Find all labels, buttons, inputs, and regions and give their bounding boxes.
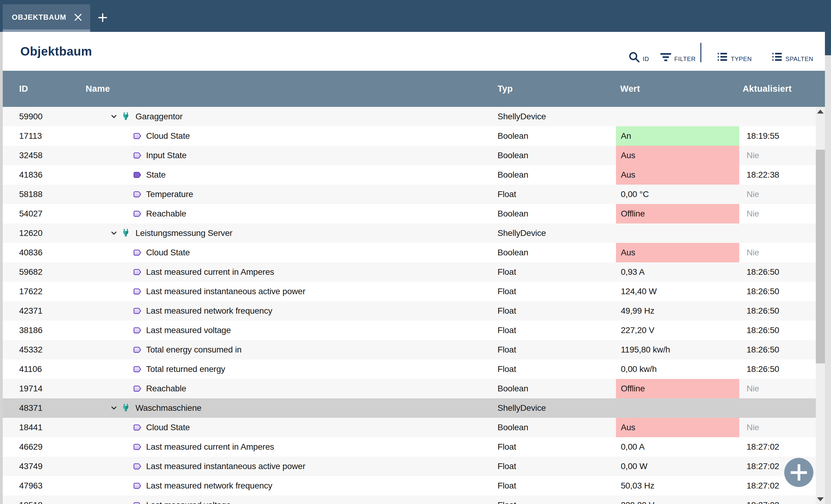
tab-objektbaum[interactable]: OBJEKTBAUM — [3, 4, 90, 32]
row-updated: 18:27:02 — [747, 476, 779, 496]
row-updated: 18:26:50 — [747, 282, 779, 301]
row-id: 41106 — [19, 359, 42, 379]
row-name-label: Waschmaschiene — [136, 398, 201, 418]
close-icon — [73, 12, 83, 23]
row-updated: Nie — [747, 204, 759, 224]
device-plug-icon — [121, 112, 131, 122]
row-name: Temperature — [109, 185, 193, 204]
row-value: 50,03 Hz — [616, 476, 739, 496]
table-row[interactable]: 40836Cloud StateBooleanAusNie — [3, 243, 816, 262]
row-value-label: Offline — [621, 384, 645, 393]
page-header: Objektbaum ID FILTER TYPEN — [3, 32, 825, 71]
table-row[interactable]: 54027ReachableBooleanOfflineNie — [3, 204, 816, 224]
row-id: 47963 — [19, 476, 42, 496]
row-name: Last measured network frequency — [109, 476, 273, 496]
row-value-label: 229,20 V — [621, 500, 655, 504]
state-tag-icon — [132, 190, 142, 199]
plus-icon — [97, 12, 109, 23]
row-type: Boolean — [497, 204, 528, 224]
row-value-label: 0,00 A — [621, 442, 644, 452]
row-type: Float — [497, 301, 516, 321]
chevron-down-icon[interactable] — [109, 112, 118, 121]
row-name-label: Garaggentor — [136, 107, 182, 126]
row-type: Float — [497, 359, 516, 379]
table-row[interactable]: 19714ReachableBooleanOfflineNie — [3, 379, 816, 398]
row-name: Reachable — [109, 379, 186, 398]
row-type: Float — [497, 282, 516, 301]
row-name: Last measured instantaneous active power — [109, 282, 305, 301]
scroll-down-arrow-icon[interactable] — [817, 497, 824, 501]
row-name-label: Last measured instantaneous active power — [146, 457, 305, 476]
table-row[interactable]: 42371Last measured network frequencyFloa… — [3, 301, 816, 321]
table-row[interactable]: 46629Last measured current in AmperesFlo… — [3, 437, 816, 457]
typen-button[interactable]: TYPEN — [716, 43, 752, 63]
row-updated: 18:26:50 — [747, 321, 779, 340]
row-updated: 18:26:50 — [747, 340, 779, 359]
scroll-up-arrow-icon[interactable] — [817, 110, 824, 114]
state-tag-icon — [132, 287, 142, 296]
table-row[interactable]: 43749Last measured instantaneous active … — [3, 457, 816, 476]
row-value: Aus — [616, 418, 739, 437]
row-value — [616, 224, 739, 243]
table-row[interactable]: 17622Last measured instantaneous active … — [3, 282, 816, 301]
row-value — [616, 107, 739, 126]
table-row[interactable]: 59682Last measured current in AmperesFlo… — [3, 262, 816, 282]
chevron-down-icon[interactable] — [109, 229, 118, 238]
state-tag-icon — [132, 267, 142, 276]
state-tag-icon — [132, 306, 142, 316]
row-id: 18441 — [19, 418, 42, 437]
table-row[interactable]: 32458Input StateBooleanAusNie — [3, 146, 816, 165]
table-row[interactable]: 18441Cloud StateBooleanAusNie — [3, 418, 816, 437]
filter-button[interactable]: FILTER — [659, 43, 695, 63]
row-value-label: Aus — [621, 248, 635, 258]
row-type: ShellyDevice — [497, 224, 546, 243]
state-tag-icon-filled — [132, 170, 142, 179]
row-type: Float — [497, 262, 516, 282]
table-scrollbar[interactable] — [816, 107, 825, 504]
tab-bar: OBJEKTBAUM — [0, 0, 831, 32]
chevron-down-icon[interactable] — [109, 404, 118, 413]
row-name-label: Temperature — [146, 185, 193, 204]
table-row[interactable]: 45332Total energy consumed inFloat1195,8… — [3, 340, 816, 359]
row-type: Boolean — [497, 379, 528, 398]
table-row[interactable]: 18518Last measured voltageFloat229,20 V1… — [3, 496, 816, 504]
search-id-label: ID — [643, 56, 649, 63]
typen-label: TYPEN — [731, 56, 752, 63]
row-updated: 18:27:02 — [747, 457, 779, 476]
table-row[interactable]: 47963Last measured network frequencyFloa… — [3, 476, 816, 496]
table-row[interactable]: 58188TemperatureFloat0,00 °CNie — [3, 185, 816, 204]
row-id: 38186 — [19, 321, 42, 340]
column-header-name: Name — [86, 71, 110, 107]
row-name-label: Last measured voltage — [146, 496, 231, 504]
scrollbar-thumb[interactable] — [816, 150, 825, 363]
add-tab-button[interactable] — [96, 11, 109, 24]
table-row[interactable]: 17113Cloud StateBooleanAn18:19:55 — [3, 126, 816, 146]
table-row[interactable]: 48371WaschmaschieneShellyDevice — [3, 398, 816, 418]
page-scrollbar[interactable] — [825, 0, 831, 504]
search-id-button[interactable]: ID — [628, 43, 649, 63]
row-value-label: 0,00 kw/h — [621, 364, 657, 374]
spalten-button[interactable]: SPALTEN — [771, 43, 813, 63]
state-tag-icon — [132, 345, 142, 354]
column-header-typ: Typ — [497, 71, 513, 107]
row-value-label: 227,20 V — [621, 325, 655, 335]
row-id: 42371 — [19, 301, 42, 321]
row-type: ShellyDevice — [497, 398, 546, 418]
row-name: State — [109, 165, 166, 185]
state-tag-icon — [132, 384, 142, 393]
table-row[interactable]: 38186Last measured voltageFloat227,20 V1… — [3, 321, 816, 340]
table-row[interactable]: 41106Total returned energyFloat0,00 kw/h… — [3, 359, 816, 379]
row-type: Boolean — [497, 146, 528, 165]
row-name-label: Last measured current in Amperes — [146, 262, 274, 282]
page-scrollbar-thumb[interactable] — [825, 0, 831, 55]
table-row[interactable]: 12620Leistungsmessung ServerShellyDevice — [3, 224, 816, 243]
state-tag-icon — [132, 501, 142, 504]
add-object-fab[interactable] — [784, 458, 813, 487]
tab-close-button[interactable] — [73, 12, 83, 23]
table-row[interactable]: 59900GaraggentorShellyDevice — [3, 107, 816, 126]
row-name: Cloud State — [109, 243, 190, 262]
row-id: 17113 — [19, 126, 42, 146]
table-row[interactable]: 41836StateBooleanAus18:22:38 — [3, 165, 816, 185]
row-value-label: 124,40 W — [621, 287, 657, 296]
row-value-label: 50,03 Hz — [621, 481, 654, 491]
